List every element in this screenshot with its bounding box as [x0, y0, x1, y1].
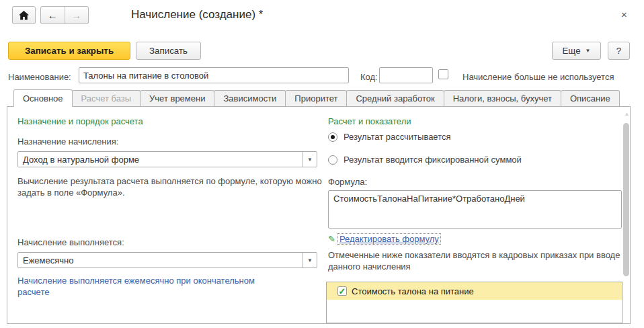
code-input[interactable]	[379, 67, 433, 83]
forward-icon: →	[71, 9, 81, 21]
formula-hint-text: Вычисление результата расчета выполняетс…	[17, 175, 325, 198]
checked-checkbox-icon[interactable]: ✓	[337, 286, 347, 296]
name-label: Наименование:	[8, 72, 71, 82]
not-used-label: Начисление больше не используется	[462, 72, 614, 82]
purpose-section-title: Назначение и порядок расчета	[17, 116, 143, 126]
edit-formula-link-label: Редактировать формулу	[337, 233, 441, 245]
tab-description[interactable]: Описание	[561, 90, 620, 106]
more-button-label: Еще	[562, 46, 580, 56]
home-button[interactable]	[12, 6, 36, 24]
tab-bar: Основное Расчет базы Учет времени Зависи…	[13, 89, 619, 107]
indicators-list: ✓ Стоимость талона на питание	[326, 282, 622, 323]
formula-input[interactable]: СтоимостьТалонаНаПитание*ОтработаноДней	[328, 190, 622, 229]
assignment-value: Доход в натуральной форме	[18, 155, 303, 165]
scroll-up-icon[interactable]: ▲	[623, 111, 631, 117]
indicators-note-text: Отмеченные ниже показатели вводятся в ка…	[328, 249, 626, 272]
radio-unselected-icon	[328, 155, 337, 165]
close-icon[interactable]: ×	[621, 9, 627, 20]
tab-time-tracking[interactable]: Учет времени	[140, 90, 214, 106]
chevron-down-icon[interactable]: ▼	[303, 253, 317, 268]
chevron-down-icon: ▼	[586, 48, 591, 54]
assignment-label: Назначение начисления:	[17, 136, 118, 147]
save-and-close-button[interactable]: Записать и закрыть	[8, 42, 130, 60]
schedule-value: Ежемесячно	[18, 255, 303, 265]
tab-taxes[interactable]: Налоги, взносы, бухучет	[444, 90, 561, 106]
check-icon: ✓	[339, 287, 346, 296]
accrual-form-window: ← → Начисление (создание) * × Записать и…	[0, 0, 644, 328]
help-button[interactable]: ?	[608, 42, 630, 60]
save-button[interactable]: Записать	[136, 42, 201, 60]
tab-dependencies[interactable]: Зависимости	[214, 90, 286, 106]
indicator-label: Стоимость талона на питание	[352, 286, 474, 296]
radio-result-calculated-label: Результат рассчитывается	[344, 132, 451, 142]
tab-base-calculation[interactable]: Расчет базы	[72, 90, 141, 106]
radio-selected-icon	[328, 132, 337, 142]
forward-button[interactable]: →	[65, 7, 89, 24]
radio-result-fixed[interactable]: Результат вводится фиксированной суммой	[328, 155, 522, 165]
tab-average-earnings[interactable]: Средний заработок	[346, 90, 444, 106]
page-title: Начисление (создание) *	[131, 8, 263, 22]
history-nav: ← →	[40, 6, 89, 24]
code-label: Код:	[360, 72, 378, 82]
pencil-icon: ✎	[328, 234, 335, 244]
back-button[interactable]: ←	[41, 7, 65, 24]
home-icon	[19, 11, 29, 20]
main-tab-panel: Назначение и порядок расчета Назначение …	[7, 106, 631, 324]
tab-priority[interactable]: Приоритет	[285, 90, 347, 106]
tab-main[interactable]: Основное	[13, 89, 73, 107]
schedule-hint-text: Начисление выполняется ежемесячно при ок…	[17, 275, 280, 298]
radio-result-fixed-label: Результат вводится фиксированной суммой	[344, 155, 522, 165]
more-button[interactable]: Еще ▼	[552, 42, 601, 60]
list-item[interactable]: ✓ Стоимость талона на питание	[327, 282, 622, 300]
vertical-scrollbar[interactable]	[623, 123, 629, 276]
chevron-down-icon[interactable]: ▼	[303, 152, 317, 167]
schedule-label: Начисление выполняется:	[17, 237, 124, 247]
schedule-select[interactable]: Ежемесячно ▼	[17, 252, 317, 268]
radio-result-calculated[interactable]: Результат рассчитывается	[328, 132, 451, 142]
not-used-checkbox[interactable]	[438, 69, 448, 79]
assignment-select[interactable]: Доход в натуральной форме ▼	[17, 151, 317, 167]
name-input[interactable]	[79, 67, 349, 83]
formula-label: Формула:	[328, 177, 367, 187]
edit-formula-link[interactable]: ✎ Редактировать формулу	[328, 233, 441, 245]
calc-section-title: Расчет и показатели	[328, 116, 411, 126]
back-icon: ←	[48, 9, 58, 21]
